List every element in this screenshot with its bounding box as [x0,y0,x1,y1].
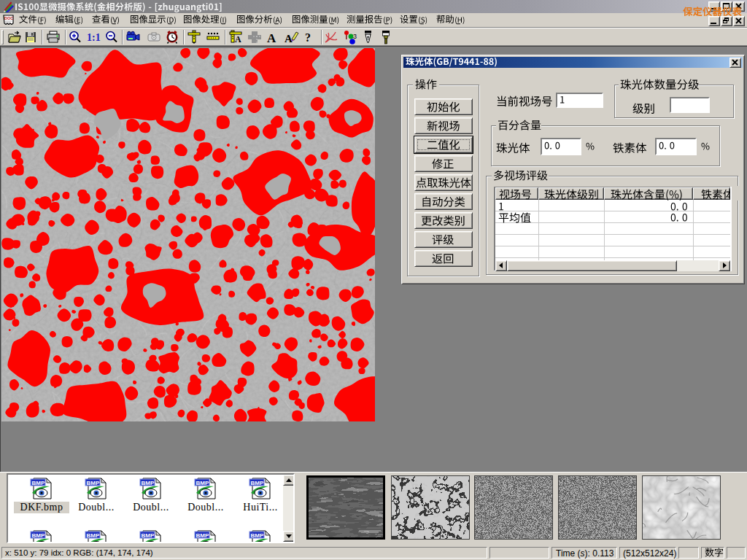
svg-text:A: A [285,33,293,44]
svg-text:A: A [267,31,276,44]
svg-text:A: A [235,34,241,44]
svg-text:3: 3 [353,33,357,40]
svg-text:BMP: BMP [142,532,155,539]
svg-text:BMP: BMP [251,480,264,486]
svg-text:DOC: DOC [4,16,13,20]
svg-text:BMP: BMP [32,480,45,486]
svg-text:BMP: BMP [87,532,100,539]
svg-text:BMP: BMP [251,532,264,539]
svg-text:BMP: BMP [87,480,100,486]
svg-text:?: ? [305,31,311,44]
svg-text:1:1: 1:1 [87,32,101,43]
svg-text:BMP: BMP [142,480,155,486]
svg-text:BMP: BMP [196,532,209,539]
svg-text:BMP: BMP [32,532,45,539]
svg-text:BMP: BMP [196,480,209,486]
